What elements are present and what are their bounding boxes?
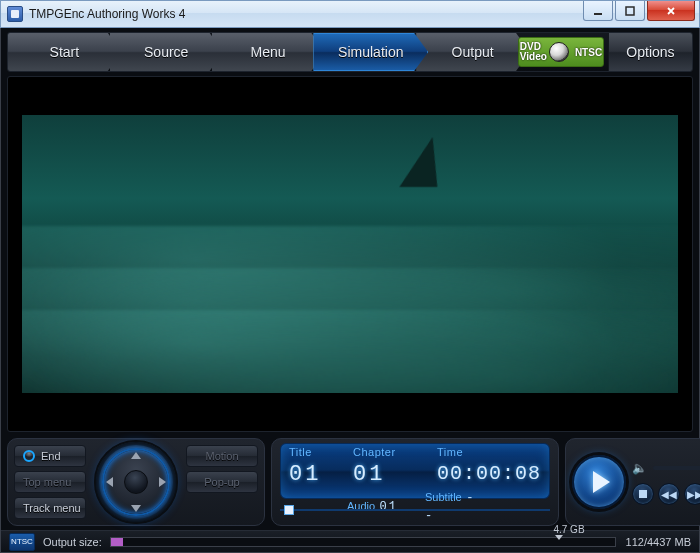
- status-disc-standard: NTSC: [11, 537, 33, 546]
- nav-step-output[interactable]: Output: [416, 33, 530, 71]
- subtitle-label: Subtitle: [425, 491, 462, 503]
- playback-info-panel: Title Chapter Time 01 01 00:00:08 Audio …: [271, 438, 559, 526]
- mute-icon[interactable]: 🔈: [632, 461, 647, 475]
- volume-slider[interactable]: [653, 466, 700, 470]
- title-value: 01: [289, 462, 347, 487]
- dpad[interactable]: [94, 440, 178, 524]
- video-stage: [7, 76, 693, 432]
- seek-track: [280, 509, 550, 511]
- control-panel: End Motion Top menu Pop-up Track menu Ti…: [7, 438, 693, 526]
- status-disc-badge: NTSC: [9, 533, 35, 551]
- disc-standard-label: NTSC: [575, 47, 602, 58]
- time-label: Time: [437, 446, 541, 462]
- nav-step-simulation[interactable]: Simulation: [313, 33, 428, 71]
- chapter-value: 01: [353, 462, 431, 487]
- svg-rect-2: [639, 490, 647, 498]
- preview-graphic: [400, 137, 443, 187]
- end-button[interactable]: End: [14, 445, 86, 467]
- next-icon: ▶▶: [687, 489, 700, 500]
- window-title: TMPGEnc Authoring Works 4: [29, 7, 186, 21]
- nav-step-label: Simulation: [338, 44, 403, 60]
- nav-step-label: Output: [452, 44, 494, 60]
- window-maximize-button[interactable]: [615, 1, 645, 21]
- popup-label: Pop-up: [204, 476, 239, 488]
- prev-icon: ◀◀: [661, 489, 677, 500]
- output-size-bar: 4.7 GB: [110, 537, 616, 547]
- stop-button[interactable]: [632, 483, 654, 505]
- nav-steps: Start Source Menu Simulation Output DVD …: [7, 32, 693, 72]
- close-icon: [666, 6, 676, 16]
- maximize-icon: [625, 6, 635, 16]
- motion-label: Motion: [205, 450, 238, 462]
- next-button[interactable]: ▶▶: [684, 483, 700, 505]
- track-menu-button[interactable]: Track menu: [14, 497, 86, 519]
- nav-step-source[interactable]: Source: [110, 33, 224, 71]
- window-titlebar: TMPGEnc Authoring Works 4: [0, 0, 700, 28]
- status-bar: NTSC Output size: 4.7 GB 112/4437 MB: [1, 530, 699, 552]
- app-body: Start Source Menu Simulation Output DVD …: [0, 28, 700, 553]
- nav-step-start[interactable]: Start: [8, 33, 122, 71]
- disc-icon: [549, 42, 569, 62]
- svg-rect-1: [626, 7, 634, 15]
- nav-step-menu[interactable]: Menu: [212, 33, 326, 71]
- window-close-button[interactable]: [647, 1, 695, 21]
- window-minimize-button[interactable]: [583, 1, 613, 21]
- stop-icon: [639, 490, 647, 498]
- play-button[interactable]: [572, 455, 626, 509]
- seek-bar[interactable]: [280, 503, 550, 517]
- disc-format-badge[interactable]: DVD Video NTSC: [518, 37, 604, 67]
- disc-format-line2: Video: [520, 52, 547, 62]
- simulation-nav-panel: End Motion Top menu Pop-up Track menu: [7, 438, 265, 526]
- video-preview[interactable]: [22, 115, 678, 393]
- top-menu-label: Top menu: [23, 476, 71, 488]
- title-label: Title: [289, 446, 347, 462]
- prev-button[interactable]: ◀◀: [658, 483, 680, 505]
- options-button[interactable]: Options: [608, 33, 692, 71]
- memory-usage: 112/4437 MB: [626, 536, 691, 548]
- app-icon: [7, 6, 23, 22]
- options-label: Options: [626, 44, 674, 60]
- dpad-right[interactable]: [159, 477, 166, 487]
- seek-knob[interactable]: [284, 505, 294, 515]
- end-label: End: [41, 450, 61, 462]
- nav-step-label: Menu: [250, 44, 285, 60]
- track-menu-label: Track menu: [23, 502, 81, 514]
- playback-controls-panel: 🔈 🔊 ◀◀ ▶▶ ♪ ∅: [565, 438, 700, 526]
- nav-step-label: Start: [50, 44, 80, 60]
- svg-rect-0: [594, 13, 602, 15]
- info-lcd: Title Chapter Time 01 01 00:00:08 Audio …: [280, 443, 550, 499]
- capacity-arrow-icon: [555, 535, 563, 540]
- output-size-fill: [111, 538, 124, 546]
- volume-control[interactable]: 🔈 🔊: [632, 459, 700, 477]
- dpad-left[interactable]: [106, 477, 113, 487]
- chapter-label: Chapter: [353, 446, 431, 462]
- motion-button[interactable]: Motion: [186, 445, 258, 467]
- output-size-label: Output size:: [43, 536, 102, 548]
- output-capacity-label: 4.7 GB: [553, 524, 584, 535]
- nav-step-label: Source: [144, 44, 188, 60]
- top-menu-button[interactable]: Top menu: [14, 471, 86, 493]
- minimize-icon: [593, 6, 603, 16]
- popup-button[interactable]: Pop-up: [186, 471, 258, 493]
- dpad-up[interactable]: [131, 452, 141, 459]
- time-value: 00:00:08: [437, 462, 541, 487]
- dpad-down[interactable]: [131, 505, 141, 512]
